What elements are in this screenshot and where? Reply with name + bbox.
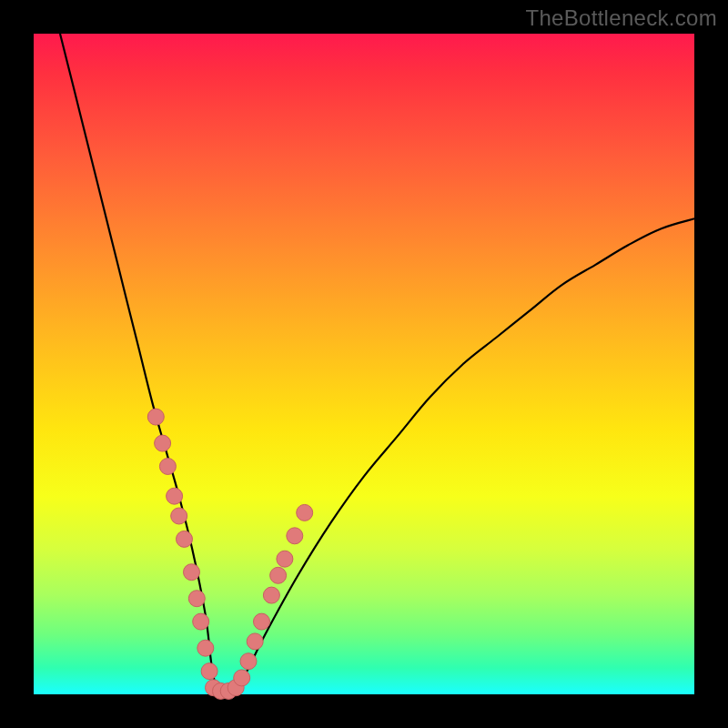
curve-marker: [263, 587, 279, 603]
curve-marker: [240, 653, 257, 670]
curve-marker: [197, 640, 214, 656]
curve-marker: [201, 663, 217, 680]
curve-marker: [177, 531, 193, 547]
curve-marker: [254, 613, 270, 630]
curve-marker: [171, 508, 187, 524]
curve-marker: [247, 633, 263, 650]
curve-marker: [270, 567, 287, 583]
curve-marker: [188, 591, 205, 607]
curve-markers: [147, 409, 312, 699]
curve-marker: [184, 564, 200, 581]
curve-marker: [234, 670, 250, 686]
curve-marker: [277, 551, 293, 567]
curve-marker: [193, 613, 209, 630]
watermark-text: TheBottleneck.com: [525, 5, 717, 31]
outer-frame: TheBottleneck.com: [0, 0, 728, 728]
curve-marker: [297, 504, 313, 521]
chart-plot-area: [34, 34, 694, 694]
bottleneck-curve: [60, 34, 694, 693]
curve-marker: [147, 409, 164, 425]
curve-marker: [155, 435, 171, 451]
chart-svg: [34, 34, 694, 694]
curve-marker: [287, 528, 303, 544]
curve-marker: [159, 459, 176, 475]
curve-marker: [167, 488, 183, 504]
